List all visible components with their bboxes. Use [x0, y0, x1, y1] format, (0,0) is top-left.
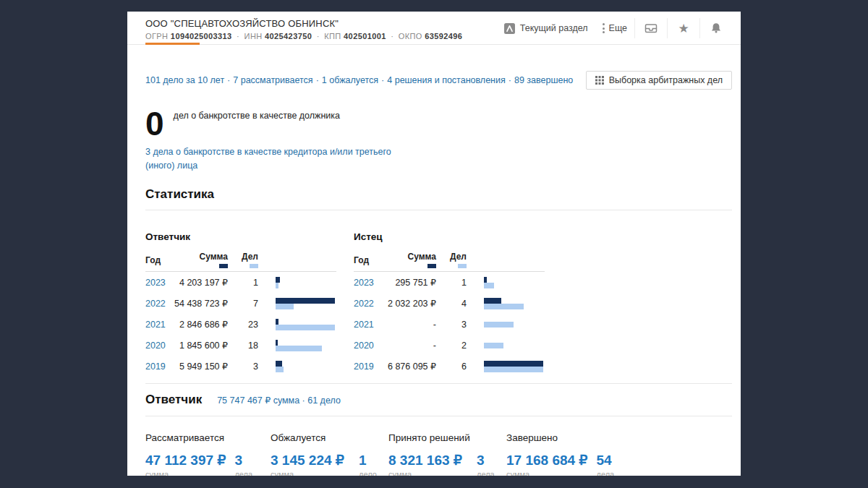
star-icon: ★	[678, 22, 689, 35]
card-header: ООО "СПЕЦАВТОХОЗЯЙСТВО ОБНИНСК" ОГРН 109…	[127, 12, 741, 45]
bars-cell	[467, 361, 545, 372]
summary-link[interactable]: 101 дело за 10 лет	[145, 75, 224, 85]
summary-link[interactable]: 89 завершено	[514, 75, 573, 85]
cases-value: 7	[228, 299, 258, 309]
arbitration-selection-button[interactable]: Выборка арбитражных дел	[586, 71, 732, 90]
totals-count-sublabel: дела	[596, 470, 614, 476]
sum-value: 1 845 600 ₽	[174, 340, 228, 351]
sum-value: 6 876 095 ₽	[383, 361, 436, 372]
totals-sum-value: 17 168 684 ₽	[506, 453, 587, 468]
totals-status-label: Завершено	[506, 432, 614, 443]
totals-sum-value: 8 321 163 ₽	[388, 453, 468, 468]
sum-bar	[276, 277, 280, 283]
totals-count-value: 3	[234, 453, 252, 468]
totals-sum-value: 3 145 224 ₽	[271, 453, 350, 468]
bars-cell	[467, 298, 545, 309]
bars-cell	[467, 322, 545, 328]
col-cases: Дел	[228, 252, 258, 268]
favorite-button[interactable]: ★	[668, 17, 699, 39]
table-row: 2021-3	[354, 314, 545, 335]
bars-cell	[258, 319, 336, 330]
sum-bar	[276, 361, 282, 367]
sum-value: 2 846 686 ₽	[174, 319, 228, 330]
year-link[interactable]: 2020	[354, 341, 383, 351]
year-link[interactable]: 2021	[354, 320, 383, 330]
cases-value: 4	[436, 299, 467, 309]
summary-link[interactable]: 7 рассматривается	[233, 75, 312, 85]
notifications-button[interactable]	[700, 17, 732, 39]
separator: ·	[232, 32, 244, 40]
cases-value: 23	[228, 320, 258, 330]
year-link[interactable]: 2020	[145, 341, 174, 351]
totals-sum-link[interactable]: 8 321 163 ₽сумма	[388, 453, 468, 476]
cases-summary-row: 101 дело за 10 лет·7 рассматривается·1 о…	[127, 71, 741, 90]
totals-column: Рассматривается47 112 397 ₽сумма3дела	[145, 432, 271, 476]
separator: ·	[386, 32, 399, 40]
col-year: Год	[145, 255, 174, 265]
sum-bar	[484, 277, 487, 283]
registration-value: 402501001	[344, 32, 386, 40]
cases-bar	[276, 325, 335, 330]
totals-sum-sublabel: сумма	[506, 470, 587, 476]
separator: ·	[313, 75, 322, 85]
year-link[interactable]: 2019	[145, 361, 174, 372]
cases-bar	[276, 367, 284, 372]
kebab-icon	[603, 23, 605, 33]
stat-table-plaintiff: Истец Год Сумма Дел 2023295 751 ₽120222 …	[354, 231, 545, 377]
respondent-summary-link[interactable]: 75 747 467 ₽ сумма · 61 дело	[217, 395, 341, 406]
registration-label: ИНН	[244, 32, 265, 40]
totals-count-sublabel: дело	[359, 470, 377, 476]
sum-value: -	[383, 341, 436, 351]
totals-sum-value: 47 112 397 ₽	[145, 453, 226, 468]
bell-icon	[710, 22, 723, 35]
year-link[interactable]: 2023	[145, 278, 174, 288]
table-row: 20212 846 686 ₽23	[145, 314, 336, 335]
year-link[interactable]: 2021	[145, 320, 174, 330]
totals-sum-link[interactable]: 3 145 224 ₽сумма	[271, 453, 350, 476]
respondent-title: Ответчик	[145, 393, 202, 407]
cases-summary-links: 101 дело за 10 лет·7 рассматривается·1 о…	[145, 75, 573, 85]
totals-sum-link[interactable]: 47 112 397 ₽сумма	[145, 453, 226, 476]
summary-link[interactable]: 4 решения и постановления	[387, 75, 506, 85]
totals-sum-link[interactable]: 17 168 684 ₽сумма	[506, 453, 587, 476]
statistics-tables: Ответчик Год Сумма Дел 20234 203 197 ₽12…	[127, 231, 741, 377]
totals-values: 3 145 224 ₽сумма1дело	[271, 453, 388, 476]
statistics-title: Статистика	[145, 187, 732, 202]
bankruptcy-creditor-link[interactable]: 3 дела о банкротстве в качестве кредитор…	[145, 145, 413, 173]
sum-value: 2 032 203 ₽	[383, 298, 436, 309]
year-link[interactable]: 2019	[354, 361, 383, 372]
inbox-button[interactable]	[635, 17, 667, 39]
cases-value: 1	[436, 278, 467, 288]
year-link[interactable]: 2022	[354, 299, 383, 309]
totals-column: Принято решений8 321 163 ₽сумма3дела	[388, 432, 506, 476]
summary-link[interactable]: 1 обжалуется	[322, 75, 378, 85]
bankruptcy-count-label: дел о банкротстве в качестве должника	[174, 108, 340, 121]
totals-column: Завершено17 168 684 ₽сумма54дела	[506, 432, 614, 476]
bars-cell	[258, 340, 336, 351]
bankruptcy-count: 0	[145, 108, 164, 139]
inbox-icon	[644, 21, 658, 35]
registration-label: ОКПО	[399, 32, 425, 40]
totals-status-label: Рассматривается	[145, 432, 271, 443]
year-link[interactable]: 2022	[145, 299, 174, 309]
totals-count-link[interactable]: 3дела	[477, 453, 495, 476]
table-row: 20196 876 095 ₽6	[354, 356, 545, 377]
table-row: 20222 032 203 ₽4	[354, 293, 545, 314]
totals-count-sublabel: дела	[477, 470, 495, 476]
year-link[interactable]: 2023	[354, 278, 383, 288]
current-section-button[interactable]: Текущий раздел	[496, 17, 595, 39]
totals-count-link[interactable]: 3дела	[234, 453, 252, 476]
sum-value: 4 203 197 ₽	[174, 277, 228, 288]
bankruptcy-block: 0 дел о банкротстве в качестве должника …	[127, 108, 741, 173]
company-card: ООО "СПЕЦАВТОХОЗЯЙСТВО ОБНИНСК" ОГРН 109…	[127, 12, 741, 476]
totals-count-value: 1	[359, 453, 377, 468]
table-row: 2020-2	[354, 335, 545, 356]
cases-value: 1	[228, 278, 258, 288]
bars-cell	[258, 298, 336, 309]
more-button[interactable]: Еще	[595, 17, 634, 39]
col-year: Год	[354, 255, 383, 265]
totals-count-link[interactable]: 1дело	[359, 453, 377, 476]
sum-value: 54 438 723 ₽	[174, 298, 228, 309]
totals-count-link[interactable]: 54дела	[596, 453, 614, 476]
registration-label: КПП	[324, 32, 344, 40]
